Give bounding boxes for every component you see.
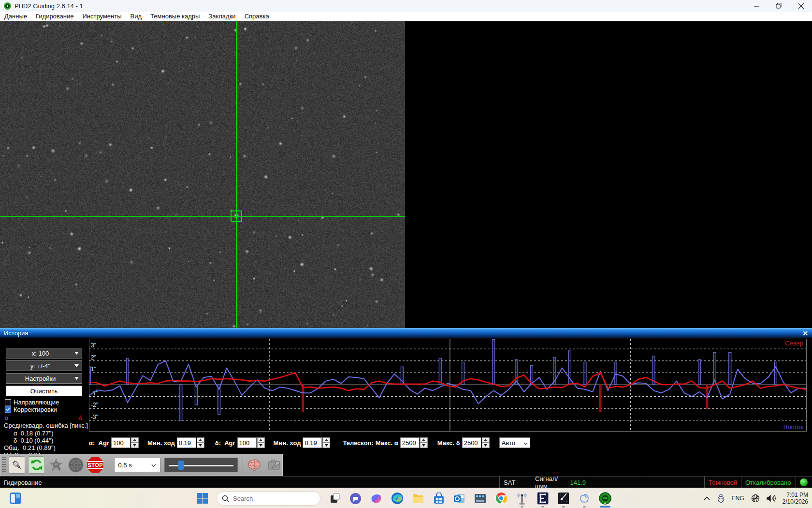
menu-data[interactable]: Данные xyxy=(0,13,31,20)
chevron-down-icon xyxy=(74,352,79,355)
loop-exposures-button[interactable] xyxy=(28,456,45,474)
widgets-button[interactable] xyxy=(9,492,22,505)
max-ra-input[interactable] xyxy=(400,437,420,448)
spin-down-icon[interactable] xyxy=(322,443,330,448)
chevron-down-icon xyxy=(74,377,79,380)
spiral-app-button[interactable] xyxy=(578,492,591,505)
history-close-icon[interactable]: ✕ xyxy=(802,329,808,337)
x-scale-dropdown[interactable]: x: 100 xyxy=(6,348,82,359)
tray-chevron-up-icon[interactable] xyxy=(704,496,710,500)
comet-app-button[interactable] xyxy=(557,492,570,505)
dec-aggression-spinner[interactable] xyxy=(257,437,265,448)
rms-header: Среднеквадр. ошибка [пикс.] xyxy=(4,422,88,429)
clear-button[interactable]: Очистить xyxy=(6,386,82,396)
guide-image-area[interactable] xyxy=(0,21,812,328)
stop-button[interactable]: STOP xyxy=(87,456,104,474)
history-caption-bar[interactable]: История ✕ xyxy=(0,328,812,338)
trendlines-checkbox-row[interactable]: Направляющие xyxy=(5,399,59,405)
network-globe-icon[interactable] xyxy=(751,494,760,503)
ra-aggression-input[interactable] xyxy=(111,437,130,448)
chat-button[interactable] xyxy=(349,492,362,505)
edge-browser-button[interactable] xyxy=(391,492,404,505)
e-letter-app-button[interactable] xyxy=(536,492,549,505)
chat-icon xyxy=(349,493,362,505)
clock[interactable]: 7:01 PM 2/10/2026 xyxy=(783,492,808,505)
max-dec-input[interactable] xyxy=(462,437,481,448)
connect-equipment-button[interactable] xyxy=(9,456,26,474)
camera-settings-button[interactable] xyxy=(265,456,282,474)
spin-down-icon[interactable] xyxy=(420,443,428,448)
trendlines-checkbox[interactable] xyxy=(5,399,11,405)
status-message xyxy=(282,477,499,488)
spin-down-icon[interactable] xyxy=(257,443,265,448)
time-text: 7:01 PM xyxy=(783,492,808,498)
spin-down-icon[interactable] xyxy=(197,443,204,448)
file-explorer-button[interactable] xyxy=(411,492,424,505)
y-scale-dropdown[interactable]: y: +/-4'' xyxy=(6,360,82,371)
taskbar-search-box[interactable]: Search xyxy=(217,491,320,506)
axis-legend: α δ xyxy=(5,414,82,421)
status-snr: Сигнал/шум 141.9 xyxy=(531,477,586,488)
ra-aggression-spinner[interactable] xyxy=(131,437,139,448)
language-indicator[interactable]: ENG xyxy=(732,495,744,502)
dec-mode-combo[interactable]: Авто xyxy=(499,437,530,448)
ra-legend: α xyxy=(5,414,9,421)
antenna-app-button[interactable] xyxy=(515,492,528,505)
corrections-checkbox-row[interactable]: Корректировки xyxy=(5,406,57,413)
close-button[interactable] xyxy=(790,0,812,12)
guiding-graph[interactable]: 3"2"1"-1"-2"-3" Север Восток xyxy=(89,339,807,432)
dec-minmove-spinner[interactable] xyxy=(322,437,330,448)
spin-up-icon[interactable] xyxy=(257,437,265,443)
dec-aggression-input[interactable] xyxy=(237,437,257,448)
advanced-settings-button[interactable] xyxy=(246,456,263,474)
chevron-down-icon xyxy=(520,439,528,447)
settings-dropdown[interactable]: Настройки xyxy=(6,373,82,384)
task-view-icon xyxy=(329,493,341,504)
dec-legend: δ xyxy=(79,414,82,421)
menu-tools[interactable]: Инструменты xyxy=(78,13,126,20)
chrome-button[interactable] xyxy=(494,492,508,505)
keyboard-tile-icon xyxy=(474,493,486,505)
spin-up-icon[interactable] xyxy=(197,437,204,443)
spin-up-icon[interactable] xyxy=(131,437,139,443)
exposure-duration-combo[interactable]: 0.5 s xyxy=(114,458,161,472)
slider-handle[interactable] xyxy=(178,461,184,470)
restore-button[interactable] xyxy=(768,0,790,12)
star-magnifier-icon xyxy=(49,458,63,472)
toolbar-grip[interactable] xyxy=(2,457,6,473)
task-view-button[interactable] xyxy=(328,492,341,505)
spin-up-icon[interactable] xyxy=(420,437,428,443)
menu-guide[interactable]: Гидирование xyxy=(31,13,78,20)
gamma-slider[interactable] xyxy=(164,458,238,472)
starfield-image[interactable] xyxy=(0,21,405,328)
ra-minmove-spinner[interactable] xyxy=(197,437,204,448)
spin-up-icon[interactable] xyxy=(322,437,330,443)
spin-up-icon[interactable] xyxy=(482,437,490,443)
minimize-button[interactable] xyxy=(745,0,768,12)
ra-aggression-label: α: Agr xyxy=(89,439,109,447)
dec-minmove-input[interactable] xyxy=(303,437,322,448)
keyboard-app-button[interactable] xyxy=(474,492,487,505)
max-dec-spinner[interactable] xyxy=(482,437,490,448)
speaker-icon[interactable] xyxy=(767,494,776,502)
outlook-button[interactable] xyxy=(453,492,466,505)
menu-view[interactable]: Вид xyxy=(126,13,146,20)
spin-down-icon[interactable] xyxy=(131,443,139,448)
menu-bookmarks[interactable]: Закладки xyxy=(204,13,240,20)
max-ra-spinner[interactable] xyxy=(420,437,428,448)
tray-rings-icon[interactable] xyxy=(717,493,725,503)
auto-select-star-button[interactable] xyxy=(48,456,65,474)
menu-darks[interactable]: Темновые кадры xyxy=(146,13,204,20)
copilot-button[interactable] xyxy=(370,492,383,505)
ra-minmove-input[interactable] xyxy=(177,437,196,448)
toolbar-separator xyxy=(109,457,109,473)
start-button[interactable] xyxy=(196,492,209,505)
microsoft-store-button[interactable] xyxy=(432,492,445,505)
graph-plot: 3"2"1"-1"-2"-3" xyxy=(89,339,806,431)
corrections-checkbox[interactable] xyxy=(5,406,11,413)
phd2-taskbar-button[interactable] xyxy=(598,492,611,505)
spin-down-icon[interactable] xyxy=(482,443,490,448)
begin-guiding-button[interactable] xyxy=(67,456,84,474)
rms-dec: δ 0.10 (0.44'') xyxy=(14,437,53,444)
menu-help[interactable]: Справка xyxy=(240,13,274,20)
